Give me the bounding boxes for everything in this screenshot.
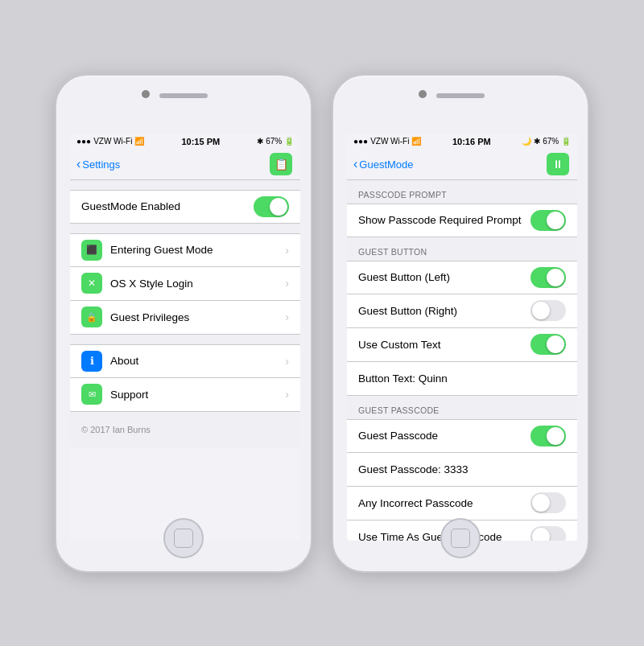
status-right-1: ✱ 67% 🔋: [257, 137, 294, 146]
status-bar-1: ●●● VZW Wi-Fi 📶 10:15 PM ✱ 67% 🔋: [70, 134, 300, 150]
guest-button-left-label: Guest Button (Left): [358, 271, 450, 283]
about-support-list: ℹ About › ✉ Support ›: [70, 344, 300, 412]
support-text: Support: [110, 389, 148, 401]
signal-1: ●●●: [76, 137, 91, 146]
menu-list-1: ⬛ Entering Guest Mode › ✕ OS X Style Log…: [70, 233, 300, 335]
status-left-2: ●●● VZW Wi-Fi 📶: [353, 137, 421, 146]
show-passcode-prompt-toggle[interactable]: [530, 210, 566, 231]
toggle-thumb-utp: [532, 528, 550, 541]
support-label: ✉ Support: [81, 384, 148, 405]
app-icon-glyph-2: ⏸: [552, 158, 564, 171]
toggle-thumb-1: [270, 198, 287, 216]
show-passcode-prompt-row: Show Passcode Required Prompt: [347, 204, 577, 237]
battery-2: 67% 🔋: [543, 137, 571, 146]
nav-app-icon-2: ⏸: [547, 153, 569, 175]
back-button-1[interactable]: ‹ Settings: [76, 157, 120, 171]
back-arrow-2: ‹: [353, 157, 357, 171]
button-text-row: Button Text: Quinn: [347, 362, 577, 396]
entering-guest-mode-label: ⬛ Entering Guest Mode: [81, 240, 213, 261]
back-arrow-1: ‹: [76, 157, 80, 171]
status-right-2: 🌙 ✱ 67% 🔋: [522, 137, 571, 146]
any-incorrect-passcode-label: Any Incorrect Passcode: [358, 497, 473, 509]
carrier-2: VZW Wi-Fi: [370, 137, 409, 146]
chevron-entering: ›: [285, 244, 289, 257]
chevron-osx: ›: [285, 277, 289, 290]
time-2: 10:16 PM: [452, 137, 491, 146]
guest-passcode-value-row: Guest Passcode: 3333: [347, 453, 577, 487]
guestmode-enabled-toggle[interactable]: [254, 196, 289, 217]
speaker-2: [436, 93, 485, 98]
any-incorrect-passcode-row: Any Incorrect Passcode: [347, 487, 577, 521]
chevron-support: ›: [285, 388, 289, 401]
guest-privileges-icon: 🔒: [81, 307, 102, 327]
back-button-2[interactable]: ‹ GuestMode: [353, 157, 414, 171]
passcode-prompt-group: Show Passcode Required Prompt: [347, 204, 577, 237]
copyright-text: © 2017 Ian Burns: [70, 412, 300, 447]
guestmode-enabled-row: GuestMode Enabled: [70, 190, 300, 224]
toggle-thumb-gr: [532, 302, 550, 319]
camera-2: [419, 90, 427, 98]
carrier-1: VZW Wi-Fi: [93, 137, 132, 146]
section-header-guest-button: GUEST BUTTON: [347, 237, 577, 261]
guest-button-right-row: Guest Button (Right): [347, 294, 577, 328]
use-custom-text-toggle[interactable]: [530, 334, 566, 355]
camera-1: [142, 90, 150, 98]
home-button-2[interactable]: [440, 518, 481, 558]
about-row[interactable]: ℹ About ›: [70, 344, 300, 378]
nav-bar-1: ‹ Settings 📋: [70, 150, 300, 180]
entering-guest-mode-row[interactable]: ⬛ Entering Guest Mode ›: [70, 233, 300, 267]
status-left-1: ●●● VZW Wi-Fi 📶: [76, 137, 144, 146]
guest-button-left-row: Guest Button (Left): [347, 261, 577, 294]
guest-button-right-toggle[interactable]: [530, 300, 566, 321]
button-text-label: Button Text: Quinn: [358, 372, 448, 385]
content-1: GuestMode Enabled ⬛ Entering Guest Mode …: [70, 180, 300, 447]
entering-guest-mode-icon: ⬛: [81, 240, 102, 261]
guest-passcode-toggle[interactable]: [530, 426, 566, 446]
moon-icon-2: 🌙: [522, 137, 531, 146]
screen-2: ●●● VZW Wi-Fi 📶 10:16 PM 🌙 ✱ 67% 🔋 ‹ Gue…: [347, 134, 577, 541]
about-icon: ℹ: [81, 351, 102, 372]
spacer-1: [70, 224, 300, 233]
status-bar-2: ●●● VZW Wi-Fi 📶 10:16 PM 🌙 ✱ 67% 🔋: [347, 134, 577, 150]
home-button-1[interactable]: [163, 518, 204, 558]
toggle-thumb-aip: [532, 494, 550, 512]
nav-bar-2: ‹ GuestMode ⏸: [347, 150, 577, 180]
section-header-passcode-prompt: PASSCODE PROMPT: [347, 180, 577, 204]
show-passcode-prompt-label: Show Passcode Required Prompt: [358, 214, 522, 226]
support-row[interactable]: ✉ Support ›: [70, 378, 300, 412]
osx-login-row[interactable]: ✕ OS X Style Login ›: [70, 267, 300, 301]
about-text: About: [110, 355, 138, 367]
content-2: PASSCODE PROMPT Show Passcode Required P…: [347, 180, 577, 541]
osx-login-icon: ✕: [81, 273, 102, 294]
guest-button-left-toggle[interactable]: [530, 267, 566, 288]
bluetooth-icon-1: ✱: [257, 137, 263, 146]
guest-privileges-text: Guest Privileges: [110, 311, 189, 323]
about-label: ℹ About: [81, 351, 138, 372]
guest-privileges-row[interactable]: 🔒 Guest Privileges ›: [70, 301, 300, 335]
guest-passcode-label: Guest Passcode: [358, 430, 438, 442]
toggle-thumb-ct: [547, 335, 564, 353]
bluetooth-icon-2: ✱: [534, 137, 540, 146]
toggle-thumb-gl: [547, 269, 564, 286]
guest-passcode-value-label: Guest Passcode: 3333: [358, 463, 469, 475]
back-label-1: Settings: [82, 158, 120, 171]
signal-2: ●●●: [353, 137, 368, 146]
nav-app-icon-1: 📋: [270, 153, 292, 175]
support-icon: ✉: [81, 384, 102, 405]
spacer-top-1: [70, 180, 300, 190]
guest-button-group: Guest Button (Left) Guest Button (Right)…: [347, 261, 577, 396]
screen-1: ●●● VZW Wi-Fi 📶 10:15 PM ✱ 67% 🔋 ‹ Setti…: [70, 134, 300, 541]
use-custom-text-label: Use Custom Text: [358, 339, 441, 351]
guest-button-right-label: Guest Button (Right): [358, 305, 457, 317]
any-incorrect-passcode-toggle[interactable]: [530, 492, 566, 513]
toggle-thumb-p1: [547, 212, 564, 229]
chevron-about: ›: [285, 355, 289, 368]
use-time-passcode-toggle[interactable]: [530, 526, 566, 541]
osx-login-text: OS X Style Login: [110, 278, 193, 290]
wifi-icon-2: 📶: [411, 137, 421, 146]
wifi-icon-1: 📶: [134, 137, 144, 146]
phone-2: ●●● VZW Wi-Fi 📶 10:16 PM 🌙 ✱ 67% 🔋 ‹ Gue…: [332, 74, 589, 573]
app-icon-glyph-1: 📋: [275, 158, 288, 171]
spacer-2: [70, 335, 300, 344]
guestmode-enabled-label: GuestMode Enabled: [81, 200, 180, 212]
